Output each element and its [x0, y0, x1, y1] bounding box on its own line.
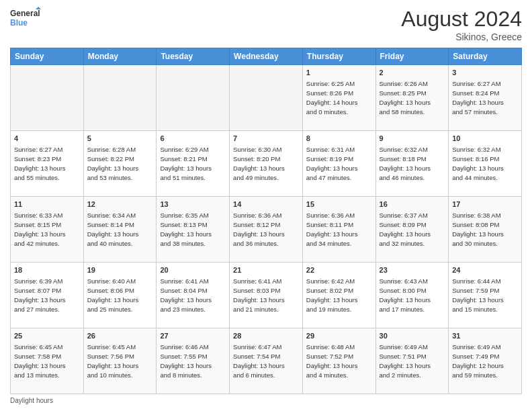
- calendar-cell-3-2: 20Sunrise: 6:41 AM Sunset: 8:04 PM Dayli…: [157, 263, 230, 328]
- title-block: August 2024 Sikinos, Greece: [401, 7, 522, 42]
- day-info-7: Sunrise: 6:30 AM Sunset: 8:20 PM Dayligh…: [233, 145, 299, 182]
- day-number-30: 30: [380, 331, 445, 341]
- calendar-cell-4-0: 25Sunrise: 6:45 AM Sunset: 7:58 PM Dayli…: [11, 328, 84, 394]
- calendar-cell-2-6: 17Sunrise: 6:38 AM Sunset: 8:08 PM Dayli…: [449, 197, 522, 263]
- calendar-cell-3-0: 18Sunrise: 6:39 AM Sunset: 8:07 PM Dayli…: [11, 263, 84, 328]
- calendar-cell-0-4: 1Sunrise: 6:25 AM Sunset: 8:26 PM Daylig…: [302, 65, 375, 131]
- calendar-cell-1-3: 7Sunrise: 6:30 AM Sunset: 8:20 PM Daylig…: [230, 131, 303, 197]
- week-row-0: 1Sunrise: 6:25 AM Sunset: 8:26 PM Daylig…: [11, 65, 522, 131]
- month-title: August 2024: [401, 7, 522, 32]
- calendar-cell-0-1: [83, 65, 157, 131]
- header-tuesday: Tuesday: [157, 48, 230, 65]
- day-number-12: 12: [87, 199, 153, 210]
- day-number-2: 2: [380, 68, 445, 78]
- day-number-7: 7: [233, 134, 299, 144]
- day-number-11: 11: [14, 199, 80, 210]
- day-info-14: Sunrise: 6:36 AM Sunset: 8:12 PM Dayligh…: [233, 211, 299, 248]
- svg-text:General: General: [10, 9, 40, 18]
- calendar-cell-2-0: 11Sunrise: 6:33 AM Sunset: 8:15 PM Dayli…: [11, 197, 84, 263]
- svg-marker-2: [36, 7, 41, 9]
- day-info-10: Sunrise: 6:32 AM Sunset: 8:16 PM Dayligh…: [452, 145, 518, 182]
- calendar-cell-1-6: 10Sunrise: 6:32 AM Sunset: 8:16 PM Dayli…: [449, 131, 522, 197]
- calendar-cell-1-5: 9Sunrise: 6:32 AM Sunset: 8:18 PM Daylig…: [375, 131, 449, 197]
- day-number-9: 9: [380, 134, 445, 144]
- day-info-27: Sunrise: 6:46 AM Sunset: 7:55 PM Dayligh…: [160, 342, 226, 379]
- day-number-13: 13: [160, 199, 226, 210]
- day-info-19: Sunrise: 6:40 AM Sunset: 8:06 PM Dayligh…: [87, 277, 153, 314]
- header-monday: Monday: [83, 48, 157, 65]
- day-number-5: 5: [87, 134, 153, 144]
- calendar-cell-2-2: 13Sunrise: 6:35 AM Sunset: 8:13 PM Dayli…: [157, 197, 230, 263]
- day-number-15: 15: [306, 199, 372, 210]
- day-info-9: Sunrise: 6:32 AM Sunset: 8:18 PM Dayligh…: [380, 145, 445, 182]
- day-info-8: Sunrise: 6:31 AM Sunset: 8:19 PM Dayligh…: [306, 145, 372, 182]
- day-info-2: Sunrise: 6:26 AM Sunset: 8:25 PM Dayligh…: [380, 79, 445, 116]
- day-info-1: Sunrise: 6:25 AM Sunset: 8:26 PM Dayligh…: [306, 79, 372, 116]
- day-number-22: 22: [306, 265, 372, 275]
- header: General Blue August 2024 Sikinos, Greece: [10, 7, 522, 42]
- day-number-14: 14: [233, 199, 299, 210]
- calendar-cell-4-5: 30Sunrise: 6:49 AM Sunset: 7:51 PM Dayli…: [375, 328, 449, 394]
- day-number-28: 28: [233, 331, 299, 341]
- location: Sikinos, Greece: [401, 32, 522, 42]
- day-info-25: Sunrise: 6:45 AM Sunset: 7:58 PM Dayligh…: [14, 342, 80, 379]
- logo-svg: General Blue: [10, 7, 44, 31]
- calendar-header-row: Sunday Monday Tuesday Wednesday Thursday…: [11, 48, 522, 65]
- calendar-cell-0-2: [157, 65, 230, 131]
- week-row-2: 11Sunrise: 6:33 AM Sunset: 8:15 PM Dayli…: [11, 197, 522, 263]
- header-sunday: Sunday: [11, 48, 84, 65]
- day-number-6: 6: [160, 134, 226, 144]
- day-number-25: 25: [14, 331, 80, 341]
- day-info-16: Sunrise: 6:37 AM Sunset: 8:09 PM Dayligh…: [380, 211, 445, 248]
- calendar-cell-3-1: 19Sunrise: 6:40 AM Sunset: 8:06 PM Dayli…: [83, 263, 157, 328]
- day-number-17: 17: [452, 199, 518, 210]
- day-info-13: Sunrise: 6:35 AM Sunset: 8:13 PM Dayligh…: [160, 211, 226, 248]
- day-info-11: Sunrise: 6:33 AM Sunset: 8:15 PM Dayligh…: [14, 211, 80, 248]
- day-number-8: 8: [306, 134, 372, 144]
- calendar-cell-1-2: 6Sunrise: 6:29 AM Sunset: 8:21 PM Daylig…: [157, 131, 230, 197]
- day-number-31: 31: [452, 331, 518, 341]
- day-number-3: 3: [452, 68, 518, 78]
- footer-note: Daylight hours: [10, 397, 522, 404]
- day-info-29: Sunrise: 6:48 AM Sunset: 7:52 PM Dayligh…: [306, 342, 372, 379]
- calendar-cell-0-3: [230, 65, 303, 131]
- calendar-cell-2-3: 14Sunrise: 6:36 AM Sunset: 8:12 PM Dayli…: [230, 197, 303, 263]
- week-row-1: 4Sunrise: 6:27 AM Sunset: 8:23 PM Daylig…: [11, 131, 522, 197]
- day-info-15: Sunrise: 6:36 AM Sunset: 8:11 PM Dayligh…: [306, 211, 372, 248]
- calendar-cell-3-5: 23Sunrise: 6:43 AM Sunset: 8:00 PM Dayli…: [375, 263, 449, 328]
- day-number-4: 4: [14, 134, 80, 144]
- calendar-cell-3-3: 21Sunrise: 6:41 AM Sunset: 8:03 PM Dayli…: [230, 263, 303, 328]
- calendar-cell-0-5: 2Sunrise: 6:26 AM Sunset: 8:25 PM Daylig…: [375, 65, 449, 131]
- week-row-4: 25Sunrise: 6:45 AM Sunset: 7:58 PM Dayli…: [11, 328, 522, 394]
- day-info-26: Sunrise: 6:45 AM Sunset: 7:56 PM Dayligh…: [87, 342, 153, 379]
- day-number-19: 19: [87, 265, 153, 275]
- calendar-cell-0-6: 3Sunrise: 6:27 AM Sunset: 8:24 PM Daylig…: [449, 65, 522, 131]
- header-friday: Friday: [375, 48, 449, 65]
- calendar: Sunday Monday Tuesday Wednesday Thursday…: [10, 48, 522, 394]
- day-info-5: Sunrise: 6:28 AM Sunset: 8:22 PM Dayligh…: [87, 145, 153, 182]
- day-number-26: 26: [87, 331, 153, 341]
- calendar-cell-2-1: 12Sunrise: 6:34 AM Sunset: 8:14 PM Dayli…: [83, 197, 157, 263]
- day-number-24: 24: [452, 265, 518, 275]
- header-saturday: Saturday: [449, 48, 522, 65]
- calendar-cell-2-5: 16Sunrise: 6:37 AM Sunset: 8:09 PM Dayli…: [375, 197, 449, 263]
- calendar-cell-4-6: 31Sunrise: 6:49 AM Sunset: 7:49 PM Dayli…: [449, 328, 522, 394]
- day-info-24: Sunrise: 6:44 AM Sunset: 7:59 PM Dayligh…: [452, 277, 518, 314]
- svg-text:Blue: Blue: [10, 18, 28, 28]
- day-number-1: 1: [306, 68, 372, 78]
- day-number-16: 16: [380, 199, 445, 210]
- calendar-cell-3-6: 24Sunrise: 6:44 AM Sunset: 7:59 PM Dayli…: [449, 263, 522, 328]
- day-number-23: 23: [380, 265, 445, 275]
- calendar-cell-1-1: 5Sunrise: 6:28 AM Sunset: 8:22 PM Daylig…: [83, 131, 157, 197]
- logo: General Blue: [10, 7, 44, 31]
- day-number-27: 27: [160, 331, 226, 341]
- day-info-6: Sunrise: 6:29 AM Sunset: 8:21 PM Dayligh…: [160, 145, 226, 182]
- day-number-29: 29: [306, 331, 372, 341]
- day-info-28: Sunrise: 6:47 AM Sunset: 7:54 PM Dayligh…: [233, 342, 299, 379]
- day-info-18: Sunrise: 6:39 AM Sunset: 8:07 PM Dayligh…: [14, 277, 80, 314]
- day-info-4: Sunrise: 6:27 AM Sunset: 8:23 PM Dayligh…: [14, 145, 80, 182]
- calendar-cell-1-4: 8Sunrise: 6:31 AM Sunset: 8:19 PM Daylig…: [302, 131, 375, 197]
- week-row-3: 18Sunrise: 6:39 AM Sunset: 8:07 PM Dayli…: [11, 263, 522, 328]
- header-wednesday: Wednesday: [230, 48, 303, 65]
- day-number-18: 18: [14, 265, 80, 275]
